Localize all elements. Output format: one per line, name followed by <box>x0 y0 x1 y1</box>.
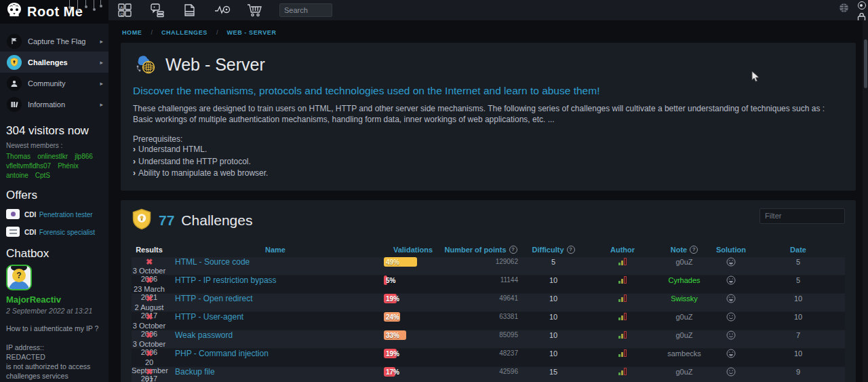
page-title: Web - Server <box>165 55 265 75</box>
author-link[interactable]: g0uZ <box>658 368 711 376</box>
sidebar-item-information[interactable]: Information ▸ <box>0 94 108 115</box>
challenge-name-link[interactable]: HTTP - Open redirect <box>175 294 252 303</box>
svg-text:A: A <box>120 5 123 9</box>
forum-icon[interactable] <box>149 2 165 18</box>
topbar: A Q <box>108 0 868 20</box>
intro-panel: Web - Server Discover the mechanisms, pr… <box>121 43 856 191</box>
member-link[interactable]: onlinestlkr <box>37 153 68 160</box>
record-icon[interactable] <box>858 1 866 9</box>
member-link[interactable]: CptS <box>35 172 50 179</box>
challenge-name-link[interactable]: Weak password <box>175 330 233 340</box>
author-link[interactable]: g0uZ <box>658 313 711 321</box>
member-link[interactable]: jlp866 <box>75 153 93 160</box>
challenge-date: 27 February 2011 <box>132 377 167 382</box>
breadcrumb-item[interactable]: CHALLENGES <box>161 29 208 36</box>
challenge-name-link[interactable]: PHP - Command injection <box>175 349 269 358</box>
menu-label: Community <box>28 79 94 88</box>
table-row[interactable]: ✖ HTTP - User-agent 24% 63381 10 g0uZ 1 <box>132 312 845 330</box>
author-link[interactable]: Cyrhades <box>658 276 711 284</box>
table-row[interactable]: ✖ HTTP - IP restriction bypass 5% 11144 … <box>132 275 845 293</box>
validation-percentage-badge: 33% <box>384 330 406 340</box>
search-input[interactable] <box>279 3 332 17</box>
offer-prefix: CDI <box>24 229 36 236</box>
challenge-name-link[interactable]: Backup file <box>175 367 215 377</box>
offer-item[interactable]: CDI Forensic specialist <box>6 225 102 237</box>
svg-text:Q: Q <box>120 12 123 16</box>
validation-count: 85095 <box>442 331 519 339</box>
chevron-right-icon: ▸ <box>100 38 103 45</box>
table-row[interactable]: ✖ Backup file 17% 42596 15 g0uZ 9 2 <box>132 367 845 382</box>
help-icon[interactable]: ? <box>690 246 698 254</box>
avatar[interactable]: ? <box>6 265 32 290</box>
shield-icon <box>7 55 22 70</box>
docs-icon[interactable] <box>182 2 198 18</box>
breadcrumb-separator: / <box>151 29 153 36</box>
breadcrumb-item[interactable]: HOME <box>122 29 142 36</box>
breadcrumb-item[interactable]: WEB - SERVER <box>226 29 276 36</box>
chat-timestamp: 2 September 2022 at 13:21 <box>6 307 102 315</box>
challenge-name-link[interactable]: HTML - Source code <box>175 257 250 267</box>
validation-percentage-badge: 19% <box>384 349 397 358</box>
table-row[interactable]: ✖ PHP - Command injection 19% 48237 10 s… <box>132 349 845 366</box>
globe-icon[interactable] <box>839 3 849 16</box>
note-smiley-icon <box>711 294 751 303</box>
chat-username[interactable]: MajorReactiv <box>6 294 102 305</box>
categories-icon[interactable]: A Q <box>117 2 133 18</box>
not-solved-icon: ✖ <box>132 330 167 340</box>
challenge-name-link[interactable]: HTTP - IP restriction bypass <box>175 275 277 285</box>
member-link[interactable]: Phénix <box>58 162 79 170</box>
sidebar-item-community[interactable]: Community ▸ <box>0 73 108 94</box>
category-subtitle: Discover the mechanisms, protocols and t… <box>133 85 844 97</box>
scrollbar-track[interactable] <box>863 20 868 382</box>
shop-cart-icon[interactable] <box>247 2 263 18</box>
author-link[interactable]: sambecks <box>658 349 711 358</box>
menu-label: Capture The Flag <box>28 37 94 45</box>
challenge-name-link[interactable]: HTTP - User-agent <box>175 312 243 322</box>
filter-input[interactable] <box>760 208 845 224</box>
column-header-solution: Solution <box>711 246 751 254</box>
table-row[interactable]: ✖ HTML - Source code 49% 129062 5 g0uZ <box>132 257 845 275</box>
web-server-icon <box>133 52 157 77</box>
solution-count[interactable]: 5 <box>751 258 845 266</box>
solution-count[interactable]: 7 <box>751 331 845 339</box>
note-smiley-icon <box>711 275 751 285</box>
sidebar-item-capture-the-flag[interactable]: Capture The Flag ▸ <box>0 31 108 52</box>
table-row[interactable]: ✖ Weak password 33% 85095 10 g0uZ 7 <box>132 330 845 348</box>
prerequisite-item: ›Understand the HTTP protocol. <box>133 156 844 168</box>
solution-count[interactable]: 5 <box>751 276 845 284</box>
member-link[interactable]: vfleltvmfldhs07 <box>6 162 51 170</box>
chatbox-heading: Chatbox <box>6 247 102 261</box>
forensic-offer-icon <box>6 227 20 237</box>
ctf-target-icon[interactable] <box>214 2 231 18</box>
offers-list: CDI Penetration tester CDI Forensic spec… <box>6 208 102 237</box>
author-link[interactable]: g0uZ <box>658 331 711 339</box>
newest-members-label: Newest members : <box>6 142 102 149</box>
site-logo[interactable]: Root Me <box>0 0 108 24</box>
challenge-points: 10 <box>519 294 587 303</box>
challenge-points: 15 <box>519 368 587 376</box>
member-link[interactable]: antoine <box>6 172 28 179</box>
main-content: HOME/CHALLENGES/WEB - SERVER Web - Serve… <box>108 20 868 382</box>
members-list: Thomasonlinestlkrjlp866vfleltvmfldhs07Ph… <box>6 153 102 179</box>
solution-count[interactable]: 10 <box>751 294 845 303</box>
column-header-note: Note? <box>658 246 711 254</box>
solution-count[interactable]: 10 <box>751 313 845 321</box>
difficulty-bars-icon <box>587 258 658 265</box>
offers-heading: Offers <box>6 189 102 202</box>
author-link[interactable]: Swissky <box>658 294 711 303</box>
member-link[interactable]: Thomas <box>6 153 31 160</box>
table-row[interactable]: ✖ HTTP - Open redirect 19% 49641 10 Swis… <box>132 294 845 311</box>
help-icon[interactable]: ? <box>509 246 517 254</box>
column-header-number-of-points: Number of points? <box>442 246 519 254</box>
offer-prefix: CDI <box>24 211 36 218</box>
solution-count[interactable]: 9 <box>751 368 845 376</box>
author-link[interactable]: g0uZ <box>658 258 711 266</box>
offer-item[interactable]: CDI Penetration tester <box>6 208 102 220</box>
challenges-panel: 77 Challenges ResultsNameValidationsNumb… <box>121 200 856 382</box>
help-icon[interactable]: ? <box>567 246 575 254</box>
solution-count[interactable]: 10 <box>751 349 845 358</box>
skull-logo-icon <box>6 2 22 22</box>
sidebar-item-challenges[interactable]: Challenges ▸ <box>0 52 108 73</box>
difficulty-bars-icon <box>587 313 658 320</box>
scrollbar-thumb[interactable] <box>864 39 867 88</box>
